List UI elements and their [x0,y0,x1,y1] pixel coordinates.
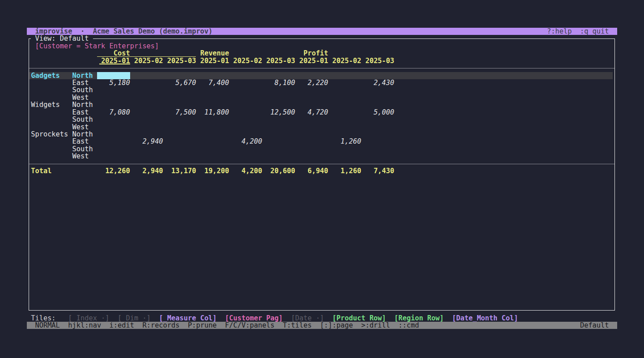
cell-value[interactable]: 4,200 [242,138,262,145]
mode-indicator: NORMAL [35,322,59,329]
row-label-region[interactable]: South [72,86,93,94]
status-view-name: Default [580,322,609,329]
cell-value[interactable]: 7,400 [208,79,229,86]
title-separator-dot: · [80,28,85,35]
selected-cell-cursor[interactable] [97,72,130,79]
status-hint: R:records [142,322,179,329]
status-hint: >:drill [361,322,390,329]
measure-group-header[interactable]: Revenue [200,50,229,57]
selected-month-underline [99,64,130,64]
month-column-header[interactable]: 2025-01 [200,57,229,64]
cell-value[interactable]: 5,000 [373,109,394,116]
measure-group-header[interactable]: Profit [303,50,328,57]
status-hint: F/C/V:panels [225,322,275,329]
month-column-header[interactable]: 2025-01 [299,57,328,64]
row-label-region[interactable]: West [72,153,89,160]
row-label-region[interactable]: West [72,94,89,101]
cell-value[interactable]: 7,500 [175,109,196,116]
view-panel-title: View: Default [31,35,93,42]
status-hint: [:]:page [320,322,353,329]
status-hint: hjkl:nav [68,322,101,329]
cell-value[interactable]: 4,720 [308,109,328,116]
row-label-product[interactable]: Widgets [31,101,60,108]
row-label-product[interactable]: Gadgets [31,72,60,79]
terminal-screen: improvise · Acme Sales Demo (demo.improv… [0,0,644,358]
month-column-header[interactable]: 2025-02 [233,57,263,64]
row-label-region[interactable]: South [72,116,93,123]
cell-value[interactable]: 5,180 [110,79,130,86]
tile-region[interactable]: [Region Row] [394,315,444,322]
total-cell-value: 6,940 [308,167,328,175]
total-cell-value: 1,260 [341,167,361,175]
cell-value[interactable]: 11,800 [204,109,229,116]
month-column-header[interactable]: 2025-02 [134,57,163,64]
cell-value[interactable]: 2,940 [142,138,163,145]
row-label-region[interactable]: North [72,131,93,138]
row-label-region[interactable]: North [72,101,93,108]
row-label-region[interactable]: South [72,145,93,153]
total-cell-value: 13,170 [171,167,196,175]
row-label-product[interactable]: Sprockets [31,131,68,138]
tile-dim[interactable]: [_Dim ·] [118,315,151,322]
tile-date_month[interactable]: [Date_Month Col] [452,315,518,322]
help-hint[interactable]: ?:help [547,28,572,35]
quit-hint[interactable]: :q quit [580,28,609,35]
row-label-region[interactable]: West [72,124,89,131]
total-cell-value: 20,600 [271,167,295,175]
cell-value[interactable]: 5,670 [175,79,196,86]
total-cell-value: 12,260 [105,167,130,175]
document-title: Acme Sales Demo (demo.improv) [93,28,213,35]
cell-value[interactable]: 1,260 [341,138,361,145]
cell-value[interactable]: 7,080 [110,109,130,116]
total-cell-value: 2,940 [142,167,163,175]
status-hint: T:tiles [283,322,312,329]
month-column-header[interactable]: 2025-03 [167,57,196,64]
status-hint: P:prune [188,322,217,329]
row-label-region[interactable]: North [72,72,93,79]
cell-value[interactable]: 12,500 [271,109,295,116]
total-row-label: Total [31,167,51,175]
cell-value[interactable]: 2,430 [373,79,394,86]
tile-customer[interactable]: [Customer Pag] [225,315,283,322]
status-hint: ::cmd [398,322,419,329]
row-label-region[interactable]: East [72,79,89,86]
title-bar: improvise · Acme Sales Demo (demo.improv… [27,28,617,35]
status-hint: i:edit [110,322,134,329]
total-cell-value: 19,200 [204,167,229,175]
page-filter[interactable]: [Customer = Stark Enterprises] [35,43,159,50]
table-separator [29,164,615,164]
tile-product[interactable]: [Product Row] [332,315,386,322]
total-cell-value: 7,430 [373,167,394,175]
tiles-label: Tiles: [31,315,55,322]
cell-value[interactable]: 2,220 [308,79,328,86]
row-label-region[interactable]: East [72,109,89,116]
status-bar: NORMAL Default hjkl:navi:editR:recordsP:… [27,322,617,329]
app-name: improvise [35,28,72,35]
tile-date[interactable]: [Date ·] [291,315,324,322]
tile-index[interactable]: [_Index ·] [68,315,109,322]
table-separator [29,68,615,68]
selected-measure-underline [97,56,196,57]
month-column-header[interactable]: 2025-03 [266,57,295,64]
total-cell-value: 4,200 [242,167,262,175]
tile-measure[interactable]: [_Measure Col] [159,315,216,322]
row-label-region[interactable]: East [72,138,89,145]
cell-value[interactable]: 8,100 [275,79,295,86]
view-panel-title-text: View: Default [35,34,89,43]
month-column-header[interactable]: 2025-02 [332,57,361,64]
month-column-header[interactable]: 2025-03 [365,57,394,64]
